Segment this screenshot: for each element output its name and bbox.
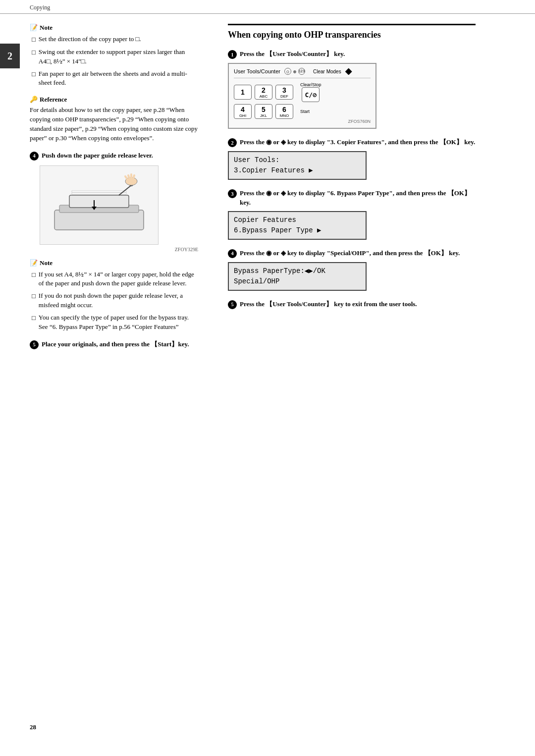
r-step3-num: 3: [228, 189, 237, 198]
r-step4-label: 4 Press the ◉ or ◈ key to display "Speci…: [228, 249, 476, 258]
key-5: 5 JKL: [255, 104, 272, 119]
key-6: 6 MNO: [275, 104, 293, 119]
r-step5-text: Press the 【User Tools/Counter】 key to ex…: [240, 300, 417, 309]
ui-panel-icons: ○ ⊗ 123: [284, 68, 305, 75]
key-c: C/⊘: [302, 87, 320, 102]
diamond-separator: ⊗: [293, 69, 296, 74]
svg-rect-4: [72, 191, 126, 192]
step5-label: 5 Place your originals, and then press t…: [30, 340, 198, 349]
note1-title: 📝 Note: [30, 24, 198, 32]
r-step1-num: 1: [228, 50, 237, 59]
r-step1-label: 1 Press the 【User Tools/Counter】 key.: [228, 50, 476, 59]
start-label: Start: [300, 109, 310, 114]
svg-rect-2: [69, 195, 129, 208]
keyrow-1: 1 2 ABC 3 DEF Clear/Stop: [234, 82, 371, 102]
r-step3: 3 Press the ◉ or ◈ key to display "6. By…: [228, 189, 476, 239]
main-content: 2 📝 Note Set the direction of the copy p…: [0, 14, 535, 756]
ui-panel: User Tools/Counter ○ ⊗ 123 Clear Modes 1: [228, 63, 376, 129]
reference-title: 🔑 Reference: [30, 96, 198, 104]
r-step2-label: 2 Press the ◉ or ◈ key to display "3. Co…: [228, 138, 476, 147]
illustration-caption: ZFOY329E: [40, 247, 198, 252]
reference-text: For details about how to set the copy pa…: [30, 106, 198, 143]
note1-item-2: Swing out the extender to support paper …: [30, 48, 198, 66]
svg-rect-3: [72, 193, 126, 194]
key-2: 2 ABC: [255, 85, 272, 100]
machine-svg: [45, 170, 154, 240]
note1-item-3: Fan paper to get air between the sheets …: [30, 69, 198, 88]
r-step4-num: 4: [228, 249, 237, 258]
lcd-box-3: Copier Features6.Bypass Paper Type ▶: [228, 211, 367, 240]
step4-label: 4 Push down the paper guide release leve…: [30, 151, 198, 161]
step5-left: 5 Place your originals, and then press t…: [30, 340, 198, 349]
page-container: Copying 2 📝 Note Set the direction of th…: [0, 0, 535, 756]
note1-section: 📝 Note Set the direction of the copy pap…: [30, 24, 198, 88]
r-step1: 1 Press the 【User Tools/Counter】 key. Us…: [228, 50, 476, 129]
lcd-box-2: User Tools:3.Copier Features ▶: [228, 151, 367, 180]
ui-panel-caption: ZFOS760N: [234, 119, 371, 124]
clear-stop-label: Clear/Stop: [300, 82, 321, 87]
key-4: 4 GHI: [234, 104, 252, 119]
key-icon: 🔑: [30, 96, 38, 104]
section-title: When copying onto OHP transparencies: [228, 24, 476, 41]
svg-line-8: [125, 176, 127, 179]
start-group: Start: [300, 109, 310, 114]
ui-panel-keys: 1 2 ABC 3 DEF Clear/Stop: [234, 82, 371, 119]
r-step4: 4 Press the ◉ or ◈ key to display "Speci…: [228, 249, 476, 291]
note2-icon: 📝: [30, 259, 38, 267]
svg-rect-0: [54, 210, 144, 230]
note2-item-1: If you set A4, 8¹⁄₂” × 14” or larger cop…: [30, 270, 198, 289]
r-step5-label: 5 Press the 【User Tools/Counter】 key to …: [228, 300, 476, 309]
header-bar: Copying: [0, 0, 535, 14]
keyrow-2: 4 GHI 5 JKL 6 MNO: [234, 104, 371, 119]
step4-left: 4 Push down the paper guide release leve…: [30, 151, 198, 252]
note2-section: 📝 Note If you set A4, 8¹⁄₂” × 14” or lar…: [30, 259, 198, 332]
r-step5: 5 Press the 【User Tools/Counter】 key to …: [228, 300, 476, 309]
clear-modes-label: Clear Modes: [313, 69, 341, 74]
r-step5-num: 5: [228, 300, 237, 309]
machine-illustration: [40, 165, 159, 245]
svg-line-9: [128, 175, 129, 178]
r-step2-text: Press the ◉ or ◈ key to display "3. Copi…: [240, 138, 475, 147]
chapter-marker: 2: [0, 44, 20, 68]
note2-title: 📝 Note: [30, 259, 198, 267]
header-label: Copying: [30, 4, 50, 11]
lcd-box-4: Bypass PaperType:◀▶/OKSpecial/OHP: [228, 262, 367, 291]
svg-line-11: [133, 175, 134, 178]
right-column: When copying onto OHP transparencies 1 P…: [213, 14, 505, 741]
clear-stop-group: Clear/Stop C/⊘: [300, 82, 321, 102]
note2-item-2: If you do not push down the paper guide …: [30, 291, 198, 310]
r-step3-label: 3 Press the ◉ or ◈ key to display "6. By…: [228, 189, 476, 207]
r-step2: 2 Press the ◉ or ◈ key to display "3. Co…: [228, 138, 476, 180]
chapter-number: 2: [7, 51, 12, 62]
r-step4-text: Press the ◉ or ◈ key to display "Special…: [240, 249, 460, 258]
key-1: 1: [234, 85, 252, 100]
clear-modes-diamond: [345, 68, 352, 75]
num-icon: 123: [298, 68, 305, 75]
note1-item-1: Set the direction of the copy paper to □…: [30, 35, 198, 45]
left-column: 2 📝 Note Set the direction of the copy p…: [0, 14, 213, 741]
note2-item-3: You can specify the type of paper used f…: [30, 313, 198, 332]
ui-panel-user-tools-label: User Tools/Counter: [234, 68, 280, 74]
key-3: 3 DEF: [275, 85, 293, 100]
note-icon: 📝: [30, 24, 38, 32]
step4-num: 4: [30, 152, 39, 161]
page-number: 28: [30, 723, 36, 731]
reference-section: 🔑 Reference For details about how to set…: [30, 96, 198, 143]
step5-num: 5: [30, 340, 39, 349]
circle-icon: ○: [284, 68, 291, 75]
r-step1-text: Press the 【User Tools/Counter】 key.: [240, 50, 345, 58]
ui-panel-row1: User Tools/Counter ○ ⊗ 123 Clear Modes: [234, 68, 371, 78]
r-step2-num: 2: [228, 138, 237, 147]
r-step3-text: Press the ◉ or ◈ key to display "6. Bypa…: [240, 189, 476, 207]
